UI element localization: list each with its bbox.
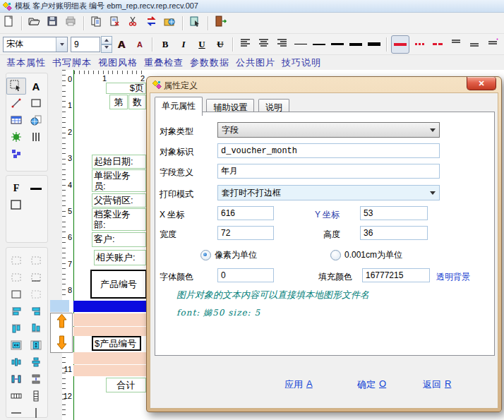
field-meaning-input[interactable]: 年月 bbox=[217, 164, 440, 179]
vertical-line-button[interactable] bbox=[26, 404, 46, 420]
frame-tool[interactable] bbox=[6, 197, 26, 214]
unit-cm-option[interactable]: 0.001cm为单位 bbox=[330, 249, 402, 261]
menu-item-overlap-check[interactable]: 重叠检查 bbox=[144, 56, 184, 69]
dashed-cell-tool-4[interactable] bbox=[26, 286, 46, 303]
spin-down-button[interactable] bbox=[101, 44, 112, 53]
menu-item-view-style[interactable]: 视图风格 bbox=[98, 56, 138, 69]
align-tops-button[interactable] bbox=[6, 320, 26, 337]
solid-cell-tool[interactable] bbox=[6, 286, 26, 303]
tab-cell-properties[interactable]: 单元属性 bbox=[155, 97, 203, 116]
line-style-dotted-button[interactable] bbox=[411, 36, 428, 53]
italic-button[interactable]: I bbox=[175, 36, 192, 53]
cell-underline-tool[interactable] bbox=[26, 269, 46, 286]
line-weight-5-button[interactable] bbox=[366, 36, 383, 53]
text-tool[interactable]: A bbox=[26, 78, 46, 95]
selected-row-band[interactable] bbox=[73, 301, 146, 312]
template-cell[interactable]: 单据业务员: bbox=[92, 169, 146, 192]
grow-font-button[interactable]: A bbox=[113, 36, 130, 53]
paste-button[interactable] bbox=[107, 15, 124, 32]
template-cell[interactable]: 产品编号 bbox=[90, 270, 147, 299]
menu-item-shared-pictures[interactable]: 公共图片 bbox=[236, 56, 275, 69]
copy-button[interactable] bbox=[88, 15, 105, 32]
menu-item-param-data[interactable]: 参数数据 bbox=[190, 56, 229, 69]
web-picture-tool[interactable] bbox=[26, 112, 46, 128]
menu-item-basic-props[interactable]: 基本属性 bbox=[6, 56, 46, 69]
same-width-button[interactable] bbox=[6, 337, 26, 354]
template-cell[interactable]: 客户: bbox=[92, 232, 146, 247]
print-preview-button[interactable] bbox=[63, 15, 80, 32]
table-tool[interactable] bbox=[6, 112, 26, 128]
line-style-solid-button[interactable] bbox=[391, 35, 409, 54]
line-weight-4-button[interactable] bbox=[347, 36, 364, 53]
picture-library-button[interactable] bbox=[162, 15, 179, 32]
radio-selected-icon[interactable] bbox=[200, 250, 211, 260]
align-right-button[interactable] bbox=[274, 36, 291, 53]
detail-row-band[interactable] bbox=[73, 327, 146, 336]
y-input[interactable]: 53 bbox=[360, 206, 428, 220]
detail-row-band[interactable] bbox=[73, 352, 146, 364]
chevron-down-icon[interactable] bbox=[56, 37, 67, 52]
line-weight-1-button[interactable] bbox=[292, 36, 309, 53]
object-type-combo[interactable]: 字段 bbox=[217, 122, 440, 138]
space-vertical-button[interactable] bbox=[26, 371, 46, 388]
bitmap-tool[interactable] bbox=[6, 145, 26, 162]
thick-line-tool[interactable] bbox=[26, 180, 46, 197]
template-cell[interactable]: 合计 bbox=[106, 378, 146, 392]
move-up-button[interactable] bbox=[56, 313, 67, 332]
dashed-cell-tool-3[interactable] bbox=[6, 269, 26, 286]
swap-button[interactable] bbox=[143, 15, 160, 32]
bold-button[interactable]: B bbox=[157, 36, 174, 53]
object-id-input[interactable]: d_voucher_month bbox=[217, 143, 440, 158]
strikethrough-button[interactable]: U bbox=[212, 36, 229, 53]
valign-bottom-button[interactable] bbox=[466, 36, 483, 53]
template-cell[interactable]: 起始日期: bbox=[92, 155, 146, 169]
print-mode-combo[interactable]: 套打时不打边框 bbox=[217, 185, 440, 200]
align-bottoms-button[interactable] bbox=[26, 320, 46, 337]
line-style-dashed-button[interactable] bbox=[429, 36, 446, 53]
valign-middle-button[interactable] bbox=[484, 36, 501, 53]
detail-row-band[interactable] bbox=[73, 365, 146, 376]
ok-button[interactable]: 确定O bbox=[357, 378, 386, 391]
fill-color-input[interactable]: 16777215 bbox=[362, 268, 430, 282]
select-tool[interactable] bbox=[6, 78, 26, 95]
detail-row-band[interactable] bbox=[73, 313, 146, 326]
open-button[interactable] bbox=[26, 15, 43, 32]
field-tool[interactable]: F bbox=[6, 180, 26, 197]
template-cell[interactable]: $页 bbox=[106, 83, 146, 94]
exit-button[interactable] bbox=[212, 15, 229, 32]
align-left-button[interactable] bbox=[237, 36, 254, 53]
font-size-input[interactable]: 9 bbox=[71, 37, 100, 52]
save-button[interactable] bbox=[44, 15, 61, 32]
line-weight-3-button[interactable] bbox=[329, 36, 346, 53]
align-lefts-button[interactable] bbox=[6, 303, 26, 320]
apply-button[interactable]: 应用A bbox=[284, 378, 313, 391]
height-input[interactable]: 36 bbox=[360, 226, 428, 240]
back-button[interactable]: 返回R bbox=[423, 378, 451, 391]
template-cell[interactable]: 数 bbox=[128, 95, 146, 109]
width-input[interactable]: 72 bbox=[217, 226, 274, 240]
radio-unselected-icon[interactable] bbox=[330, 250, 341, 260]
unit-pixel-option[interactable]: 像素为单位 bbox=[200, 249, 257, 261]
close-button[interactable]: ✕ bbox=[467, 77, 496, 90]
view-button[interactable] bbox=[187, 15, 204, 32]
menu-item-script[interactable]: 书写脚本 bbox=[52, 56, 92, 69]
line-tool[interactable] bbox=[6, 95, 26, 112]
font-family-combo[interactable]: 宋体 bbox=[3, 37, 68, 52]
template-cell[interactable]: 档案业务部: bbox=[92, 208, 146, 231]
underline-button[interactable]: U bbox=[193, 36, 210, 53]
valign-top-button[interactable] bbox=[448, 36, 464, 53]
menu-item-tips[interactable]: 技巧说明 bbox=[282, 56, 321, 69]
space-horizontal-button[interactable] bbox=[6, 371, 26, 388]
template-cell[interactable]: $产品编号 bbox=[92, 336, 141, 351]
line-weight-2-button[interactable] bbox=[311, 36, 328, 53]
template-cell[interactable]: 相关账户: bbox=[94, 250, 146, 265]
rectangle-tool[interactable] bbox=[26, 95, 46, 112]
split-rows-button[interactable] bbox=[26, 388, 46, 404]
shrink-font-button[interactable]: A bbox=[131, 36, 148, 53]
new-button[interactable] bbox=[1, 15, 18, 32]
font-color-input[interactable]: 0 bbox=[217, 268, 274, 282]
x-input[interactable]: 616 bbox=[217, 206, 274, 220]
align-rights-button[interactable] bbox=[26, 303, 46, 320]
split-columns-button[interactable] bbox=[6, 388, 26, 404]
dashed-cell-tool-1[interactable] bbox=[6, 252, 26, 269]
